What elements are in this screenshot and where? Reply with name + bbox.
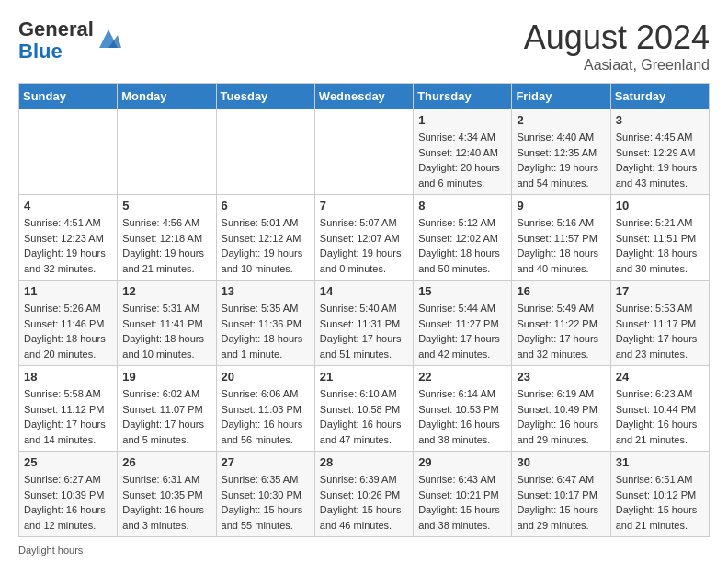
day-number: 5 — [122, 199, 210, 213]
calendar-cell: 4Sunrise: 4:51 AM Sunset: 12:23 AM Dayli… — [19, 195, 118, 281]
day-number: 27 — [222, 455, 310, 469]
calendar-cell: 21Sunrise: 6:10 AM Sunset: 10:58 PM Dayl… — [314, 366, 413, 452]
day-info: Sunrise: 4:34 AM Sunset: 12:40 AM Daylig… — [418, 130, 506, 190]
header-row: SundayMondayTuesdayWednesdayThursdayFrid… — [19, 84, 710, 109]
calendar-cell: 13Sunrise: 5:35 AM Sunset: 11:36 PM Dayl… — [216, 281, 314, 366]
calendar-cell: 1Sunrise: 4:34 AM Sunset: 12:40 AM Dayli… — [414, 109, 512, 195]
calendar-cell: 28Sunrise: 6:39 AM Sunset: 10:26 PM Dayl… — [314, 452, 413, 537]
logo-icon — [96, 26, 121, 52]
day-info: Sunrise: 5:35 AM Sunset: 11:36 PM Daylig… — [222, 301, 310, 362]
day-info: Sunrise: 6:43 AM Sunset: 10:21 PM Daylig… — [418, 472, 506, 533]
day-number: 17 — [616, 284, 704, 298]
calendar-cell: 11Sunrise: 5:26 AM Sunset: 11:46 PM Dayl… — [19, 281, 118, 366]
day-number: 26 — [122, 455, 210, 469]
day-number: 22 — [418, 370, 506, 384]
day-number: 25 — [24, 455, 112, 469]
calendar-cell: 2Sunrise: 4:40 AM Sunset: 12:35 AM Dayli… — [512, 109, 610, 195]
day-number: 7 — [320, 199, 408, 213]
calendar-cell: 29Sunrise: 6:43 AM Sunset: 10:21 PM Dayl… — [414, 452, 512, 537]
day-number: 23 — [517, 370, 605, 384]
day-info: Sunrise: 4:40 AM Sunset: 12:35 AM Daylig… — [517, 130, 605, 190]
calendar-cell: 15Sunrise: 5:44 AM Sunset: 11:27 PM Dayl… — [414, 281, 512, 366]
day-info: Sunrise: 6:31 AM Sunset: 10:35 PM Daylig… — [122, 472, 210, 533]
day-number: 16 — [517, 284, 605, 298]
page-header: General Blue August 2024 Aasiaat, Greenl… — [18, 18, 710, 74]
day-header-thursday: Thursday — [414, 84, 512, 109]
calendar-cell: 22Sunrise: 6:14 AM Sunset: 10:53 PM Dayl… — [414, 366, 512, 452]
day-info: Sunrise: 6:06 AM Sunset: 11:03 PM Daylig… — [222, 386, 310, 447]
logo-general: General — [18, 17, 94, 40]
day-number: 28 — [320, 455, 408, 469]
location: Aasiaat, Greenland — [524, 57, 710, 74]
footer: Daylight hours — [18, 545, 710, 556]
calendar-cell: 16Sunrise: 5:49 AM Sunset: 11:22 PM Dayl… — [512, 281, 610, 366]
day-header-tuesday: Tuesday — [216, 84, 314, 109]
day-number: 20 — [222, 370, 310, 384]
day-header-sunday: Sunday — [19, 84, 118, 109]
day-info: Sunrise: 5:53 AM Sunset: 11:17 PM Daylig… — [616, 301, 704, 362]
calendar-cell: 18Sunrise: 5:58 AM Sunset: 11:12 PM Dayl… — [19, 366, 118, 452]
day-number: 31 — [616, 455, 704, 469]
week-row-3: 11Sunrise: 5:26 AM Sunset: 11:46 PM Dayl… — [19, 281, 710, 366]
calendar-cell: 24Sunrise: 6:23 AM Sunset: 10:44 PM Dayl… — [610, 366, 709, 452]
calendar-cell: 30Sunrise: 6:47 AM Sunset: 10:17 PM Dayl… — [512, 452, 610, 537]
day-info: Sunrise: 5:31 AM Sunset: 11:41 PM Daylig… — [122, 301, 210, 362]
day-number: 19 — [122, 370, 210, 384]
day-number: 14 — [320, 284, 408, 298]
day-info: Sunrise: 5:01 AM Sunset: 12:12 AM Daylig… — [222, 215, 310, 276]
day-number: 12 — [122, 284, 210, 298]
week-row-2: 4Sunrise: 4:51 AM Sunset: 12:23 AM Dayli… — [19, 195, 710, 281]
day-number: 8 — [418, 199, 506, 213]
day-number: 21 — [320, 370, 408, 384]
calendar-cell — [314, 109, 413, 195]
day-info: Sunrise: 5:49 AM Sunset: 11:22 PM Daylig… — [517, 301, 605, 362]
day-info: Sunrise: 5:40 AM Sunset: 11:31 PM Daylig… — [320, 301, 408, 362]
day-header-wednesday: Wednesday — [314, 84, 413, 109]
day-info: Sunrise: 4:56 AM Sunset: 12:18 AM Daylig… — [122, 215, 210, 276]
day-number: 10 — [616, 199, 704, 213]
day-info: Sunrise: 5:16 AM Sunset: 11:57 PM Daylig… — [517, 215, 605, 276]
calendar-cell: 7Sunrise: 5:07 AM Sunset: 12:07 AM Dayli… — [314, 195, 413, 281]
daylight-label: Daylight hours — [18, 545, 83, 556]
week-row-4: 18Sunrise: 5:58 AM Sunset: 11:12 PM Dayl… — [19, 366, 710, 452]
calendar-cell: 3Sunrise: 4:45 AM Sunset: 12:29 AM Dayli… — [610, 109, 709, 195]
day-number: 18 — [24, 370, 112, 384]
day-info: Sunrise: 6:35 AM Sunset: 10:30 PM Daylig… — [222, 472, 310, 533]
week-row-1: 1Sunrise: 4:34 AM Sunset: 12:40 AM Dayli… — [19, 109, 710, 195]
day-number: 15 — [418, 284, 506, 298]
calendar-cell: 31Sunrise: 6:51 AM Sunset: 10:12 PM Dayl… — [610, 452, 709, 537]
day-number: 2 — [517, 113, 605, 127]
calendar-cell: 14Sunrise: 5:40 AM Sunset: 11:31 PM Dayl… — [314, 281, 413, 366]
month-title: August 2024 — [524, 18, 710, 57]
day-info: Sunrise: 6:10 AM Sunset: 10:58 PM Daylig… — [320, 386, 408, 447]
calendar-cell — [216, 109, 314, 195]
day-info: Sunrise: 6:02 AM Sunset: 11:07 PM Daylig… — [122, 386, 210, 447]
day-number: 29 — [418, 455, 506, 469]
day-info: Sunrise: 6:51 AM Sunset: 10:12 PM Daylig… — [616, 472, 704, 533]
day-header-monday: Monday — [118, 84, 216, 109]
day-number: 6 — [222, 199, 310, 213]
day-number: 30 — [517, 455, 605, 469]
day-info: Sunrise: 5:44 AM Sunset: 11:27 PM Daylig… — [418, 301, 506, 362]
day-number: 1 — [418, 113, 506, 127]
day-info: Sunrise: 6:14 AM Sunset: 10:53 PM Daylig… — [418, 386, 506, 447]
day-number: 24 — [616, 370, 704, 384]
day-info: Sunrise: 6:19 AM Sunset: 10:49 PM Daylig… — [517, 386, 605, 447]
title-block: August 2024 Aasiaat, Greenland — [524, 18, 710, 74]
calendar-cell: 10Sunrise: 5:21 AM Sunset: 11:51 PM Dayl… — [610, 195, 709, 281]
day-info: Sunrise: 4:51 AM Sunset: 12:23 AM Daylig… — [24, 215, 112, 276]
day-number: 3 — [616, 113, 704, 127]
calendar-cell: 17Sunrise: 5:53 AM Sunset: 11:17 PM Dayl… — [610, 281, 709, 366]
logo-text: General Blue — [18, 18, 94, 63]
day-info: Sunrise: 6:27 AM Sunset: 10:39 PM Daylig… — [24, 472, 112, 533]
calendar-cell: 25Sunrise: 6:27 AM Sunset: 10:39 PM Dayl… — [19, 452, 118, 537]
calendar-cell: 5Sunrise: 4:56 AM Sunset: 12:18 AM Dayli… — [118, 195, 216, 281]
day-info: Sunrise: 5:58 AM Sunset: 11:12 PM Daylig… — [24, 386, 112, 447]
calendar-cell: 20Sunrise: 6:06 AM Sunset: 11:03 PM Dayl… — [216, 366, 314, 452]
day-number: 4 — [24, 199, 112, 213]
day-info: Sunrise: 6:23 AM Sunset: 10:44 PM Daylig… — [616, 386, 704, 447]
calendar-cell: 6Sunrise: 5:01 AM Sunset: 12:12 AM Dayli… — [216, 195, 314, 281]
calendar-cell: 27Sunrise: 6:35 AM Sunset: 10:30 PM Dayl… — [216, 452, 314, 537]
calendar-cell: 8Sunrise: 5:12 AM Sunset: 12:02 AM Dayli… — [414, 195, 512, 281]
calendar-cell — [118, 109, 216, 195]
